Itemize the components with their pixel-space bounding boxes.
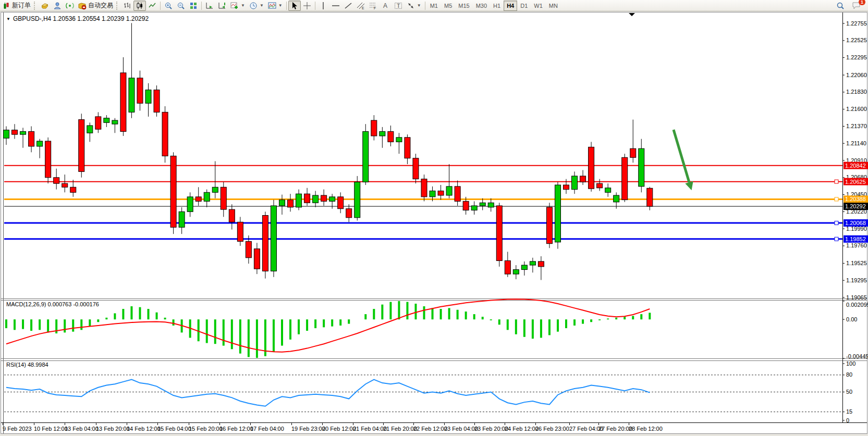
zoom-in-button[interactable] [162, 1, 175, 11]
candle-body [195, 197, 201, 202]
price-label-1.20388: 1.20388 [843, 195, 868, 203]
candle-body [546, 207, 552, 244]
search-button[interactable] [834, 1, 847, 11]
cursor-button[interactable] [288, 1, 301, 11]
chart-bars-button[interactable] [121, 1, 133, 11]
trendline-button[interactable] [342, 1, 354, 11]
time-tick-label: 19 Feb 23:00 [291, 426, 325, 432]
time-tick-label: 20 Feb 12:00 [322, 426, 356, 432]
price-label-text: 1.20292 [845, 203, 866, 209]
market-watch-button[interactable] [39, 1, 51, 11]
caret-down-icon: ▼ [417, 3, 421, 8]
price-label-text: 1.20842 [845, 163, 866, 169]
notification-badge: 1 [859, 0, 865, 5]
candle [622, 154, 628, 202]
equidistant-channel-button[interactable]: E [354, 1, 367, 11]
time-tick-label: 14 Feb 12:00 [127, 426, 161, 432]
chart-shift-button[interactable] [216, 1, 228, 11]
candle-body [87, 126, 93, 133]
candle-body [104, 118, 109, 123]
horizontal-line-button[interactable] [329, 1, 342, 11]
candle-body [296, 194, 302, 207]
notifications-button[interactable]: 1 [850, 1, 863, 11]
candle-body [605, 188, 611, 193]
add-indicator-button[interactable]: ▼ [228, 1, 247, 11]
candle-body [187, 197, 193, 212]
zoom-out-button[interactable] [175, 1, 187, 11]
timeframe-h4[interactable]: H4 [504, 1, 517, 11]
timeframe-m5[interactable]: M5 [441, 1, 455, 11]
caret-down-icon: ▼ [260, 3, 264, 8]
rsi-tick-label: 0 [846, 417, 849, 423]
candle-body [112, 120, 118, 124]
broadcast-icon [66, 2, 74, 10]
candle-body [70, 187, 76, 192]
chart-candles-button[interactable] [133, 1, 146, 11]
time-tick-label: 13 Feb 20:00 [96, 426, 130, 432]
toolbar-grip [34, 2, 38, 10]
chart-canvas[interactable]: 1.227551.225251.222951.220601.218301.216… [0, 11, 868, 436]
timeframe-m30[interactable]: M30 [473, 1, 490, 11]
rsi-tick-label: 80 [846, 371, 852, 378]
symbol-ohlc-readout[interactable]: ▼ GBPUSD-,H4 1.20536 1.20554 1.20239 1.2… [6, 15, 149, 22]
hline-handle[interactable] [835, 237, 838, 241]
hline-handle[interactable] [835, 197, 838, 201]
new-order-icon [3, 2, 10, 9]
candle-body [363, 131, 369, 182]
tile-windows-button[interactable] [187, 1, 200, 11]
timeframe-m15[interactable]: M15 [455, 1, 472, 11]
timeframe-d1[interactable]: D1 [517, 1, 531, 11]
arrows-button[interactable]: ▼ [405, 1, 423, 11]
chart-plot-area[interactable] [4, 13, 842, 298]
candle-body [580, 176, 586, 182]
text-button[interactable]: A [380, 1, 392, 11]
candle [363, 124, 369, 185]
candle-body [630, 148, 636, 157]
candle-body [304, 194, 310, 203]
candle-body [480, 203, 485, 206]
auto-trading-button[interactable]: 自动交易 [76, 1, 115, 11]
timeframe-w1[interactable]: W1 [531, 1, 546, 11]
candle [354, 176, 360, 221]
candle-body [20, 131, 26, 134]
candle-body [622, 157, 628, 200]
new-order-button[interactable]: 新订单 [1, 1, 33, 11]
time-tick-label: 9 Feb 2023 [3, 426, 32, 432]
candle-body [254, 249, 260, 269]
candle-body [212, 187, 218, 192]
toolbar-separator [315, 2, 315, 10]
auto-scroll-button[interactable] [203, 1, 216, 11]
price-tick-label: 1.22060 [846, 72, 867, 78]
candle [170, 152, 176, 234]
rsi-tick-label: 15 [846, 408, 852, 415]
templates-button[interactable]: ▼ [266, 1, 285, 11]
timeframe-bar: M1M5M15M30H1H4D1W1MN [427, 1, 561, 11]
vertical-line-button[interactable] [317, 1, 329, 11]
price-tick-label: 1.22525 [846, 37, 867, 43]
candle-body [438, 191, 444, 195]
fibonacci-button[interactable]: F [367, 1, 380, 11]
auto-trading-label: 自动交易 [88, 1, 113, 10]
periods-button[interactable]: ▼ [247, 1, 266, 11]
crosshair-button[interactable] [301, 1, 313, 11]
svg-text:E: E [362, 6, 364, 10]
price-label-text: 1.20068 [845, 220, 866, 226]
timeframe-mn[interactable]: MN [546, 1, 561, 11]
hline-handle[interactable] [835, 180, 838, 183]
candle-body [145, 90, 151, 104]
profile-button[interactable] [51, 1, 64, 11]
timeframe-m1[interactable]: M1 [427, 1, 441, 11]
candle-body [530, 261, 535, 265]
chart-line-button[interactable] [146, 1, 158, 11]
broadcast-button[interactable] [64, 1, 76, 11]
timeframe-h1[interactable]: H1 [490, 1, 504, 11]
candle-body [463, 201, 469, 210]
symbol-ohlc-text: GBPUSD-,H4 1.20536 1.20554 1.20239 1.202… [13, 15, 149, 22]
hline-handle[interactable] [835, 221, 838, 225]
price-label-text: 1.20388 [845, 196, 866, 202]
candle-body [413, 158, 419, 179]
text-label-button[interactable]: T [392, 1, 405, 11]
candle-body [639, 148, 644, 186]
candle-body [246, 241, 251, 257]
candle-body [597, 183, 603, 188]
